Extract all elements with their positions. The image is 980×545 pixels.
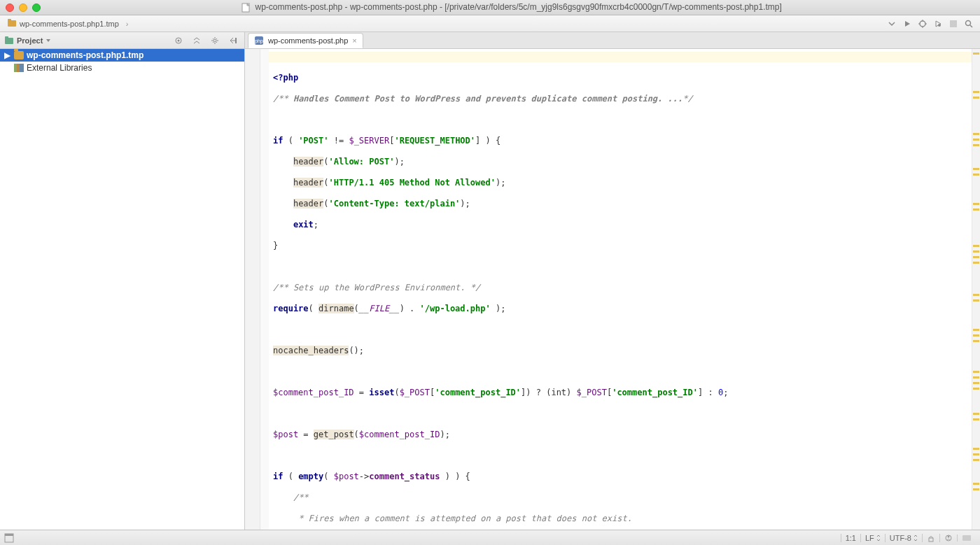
run-dropdown-button[interactable] (885, 17, 899, 31)
debug-button[interactable] (916, 17, 930, 31)
project-header: Project (0, 32, 244, 49)
svg-rect-2 (8, 19, 11, 21)
tree-item-external-libraries[interactable]: External Libraries (0, 62, 244, 74)
svg-point-10 (178, 39, 180, 41)
breadcrumb-label: wp-comments-post.php1.tmp (20, 20, 119, 28)
svg-text:php: php (255, 38, 263, 44)
window-title-text: wp-comments-post.php - wp-comments-post.… (255, 2, 782, 12)
search-everywhere-button[interactable] (962, 17, 976, 31)
svg-rect-17 (929, 538, 933, 542)
tab-label: wp-comments-post.php (268, 36, 348, 45)
close-window-icon[interactable] (6, 3, 14, 12)
svg-rect-5 (950, 20, 957, 27)
svg-rect-12 (235, 38, 237, 43)
file-icon (241, 3, 250, 13)
editor-tabs: php wp-comments-post.php × (245, 32, 980, 49)
svg-rect-20 (962, 535, 971, 541)
traffic-lights (6, 3, 41, 12)
svg-rect-16 (5, 534, 13, 536)
project-header-label: Project (17, 36, 43, 45)
tree-item-label: External Libraries (27, 63, 92, 73)
file-encoding[interactable]: UTF-8 (885, 534, 922, 542)
svg-point-3 (920, 21, 925, 27)
expand-arrow-icon[interactable]: ▶ (4, 50, 11, 60)
error-stripe[interactable] (972, 49, 980, 530)
tree-item-label: wp-comments-post.php1.tmp (27, 50, 144, 60)
editor-area: php wp-comments-post.php × <?php /** Han… (245, 32, 980, 530)
close-tab-icon[interactable]: × (352, 36, 356, 45)
minimize-window-icon[interactable] (19, 3, 27, 12)
read-only-toggle-icon[interactable] (922, 534, 939, 542)
project-tree[interactable]: ▶ wp-comments-post.php1.tmp External Lib… (0, 49, 244, 530)
dropdown-icon[interactable] (46, 38, 51, 43)
svg-point-4 (938, 24, 941, 27)
svg-point-19 (948, 535, 950, 537)
project-tool-window: Project ▶ wp-comments-post.php1.tmp Exte… (0, 32, 245, 530)
library-icon (14, 64, 24, 72)
inspection-profile-icon[interactable] (939, 534, 957, 542)
zoom-window-icon[interactable] (32, 3, 41, 12)
settings-icon[interactable] (208, 34, 222, 48)
tree-item-project-root[interactable]: ▶ wp-comments-post.php1.tmp (0, 49, 244, 62)
caret-position[interactable]: 1:1 (841, 534, 860, 542)
collapse-all-icon[interactable] (190, 34, 204, 48)
folder-icon (14, 51, 24, 59)
hide-tool-window-icon[interactable] (226, 34, 240, 48)
php-file-icon: php (254, 36, 264, 45)
navigation-bar: wp-comments-post.php1.tmp (0, 15, 980, 32)
project-view-icon[interactable] (4, 36, 14, 45)
breadcrumb-item[interactable]: wp-comments-post.php1.tmp (4, 17, 134, 31)
window-title: wp-comments-post.php - wp-comments-post.… (49, 2, 974, 13)
coverage-button[interactable] (931, 17, 945, 31)
run-button[interactable] (900, 17, 914, 31)
scroll-from-source-icon[interactable] (172, 34, 186, 48)
fold-column[interactable] (260, 49, 269, 530)
editor-tab[interactable]: php wp-comments-post.php × (248, 33, 363, 48)
stop-button[interactable] (946, 17, 960, 31)
code-editor[interactable]: <?php /** Handles Comment Post to WordPr… (269, 49, 972, 530)
editor-gutter[interactable] (245, 49, 260, 530)
svg-rect-8 (5, 36, 8, 38)
svg-rect-7 (5, 38, 13, 44)
svg-point-11 (214, 39, 216, 42)
titlebar: wp-comments-post.php - wp-comments-post.… (0, 0, 980, 15)
line-separator[interactable]: LF (860, 534, 885, 542)
status-bar: 1:1 LF UTF-8 (0, 530, 980, 545)
svg-rect-1 (8, 20, 16, 27)
memory-indicator-icon[interactable] (957, 535, 976, 542)
tool-window-toggle-icon[interactable] (4, 533, 14, 543)
svg-point-6 (966, 20, 971, 25)
folder-icon (7, 18, 17, 29)
